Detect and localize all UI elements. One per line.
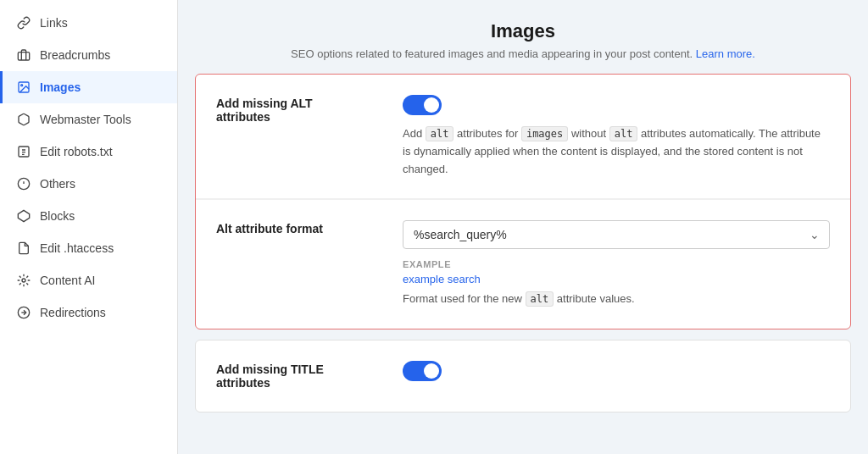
redirections-icon — [16, 305, 31, 320]
sidebar-item-blocks[interactable]: Blocks — [0, 200, 177, 232]
title-attributes-row: Add missing TITLE attributes — [196, 340, 850, 412]
htaccess-icon — [16, 241, 31, 256]
sidebar-item-redirections[interactable]: Redirections — [0, 296, 177, 329]
page-header: Images SEO options related to featured i… — [178, 0, 868, 74]
svg-rect-0 — [18, 53, 29, 60]
alt-attributes-row: Add missing ALT attributes Add alt a — [196, 75, 850, 199]
sidebar-item-edit-htaccess[interactable]: Edit .htaccess — [0, 232, 177, 264]
robots-icon — [16, 144, 31, 159]
alt-format-content: %search_query% ⌄ EXAMPLE example search … — [403, 220, 830, 308]
sidebar-label-blocks: Blocks — [40, 209, 75, 223]
example-value: example search — [403, 273, 830, 285]
code-alt2: alt — [609, 126, 638, 141]
title-toggle-wrap — [403, 361, 830, 391]
code-alt3: alt — [526, 291, 554, 307]
svg-point-8 — [22, 279, 25, 282]
code-images: images — [521, 126, 568, 141]
alt-description: Add alt attributes for images without al… — [403, 125, 830, 178]
sidebar-label-others: Others — [40, 177, 75, 191]
svg-marker-7 — [18, 210, 29, 221]
page-subtitle: SEO options related to featured images a… — [195, 47, 851, 60]
alt-format-select[interactable]: %search_query% — [403, 220, 830, 249]
learn-more-link[interactable]: Learn more. — [696, 47, 755, 60]
webmaster-icon — [16, 112, 31, 127]
alt-format-row: Alt attribute format %search_query% ⌄ EX… — [196, 200, 850, 329]
sidebar-label-images: Images — [40, 80, 81, 94]
example-label: EXAMPLE — [403, 259, 830, 269]
title-toggle-container — [403, 361, 830, 381]
sidebar-label-htaccess: Edit .htaccess — [40, 241, 114, 255]
sidebar-label-robots: Edit robots.txt — [40, 145, 113, 158]
sidebar-item-content-ai[interactable]: Content AI — [0, 264, 177, 296]
sidebar-item-others[interactable]: Others — [0, 168, 177, 200]
sidebar-item-webmaster-tools[interactable]: Webmaster Tools — [0, 103, 177, 136]
alt-format-label: Alt attribute format — [216, 220, 369, 308]
sidebar-item-breadcrumbs[interactable]: Breadcrumbs — [0, 39, 177, 71]
title-attributes-card: Add missing TITLE attributes — [195, 340, 851, 412]
images-icon — [16, 80, 31, 95]
links-icon — [16, 15, 31, 30]
breadcrumbs-icon — [16, 47, 31, 63]
alt-toggle[interactable] — [403, 95, 442, 115]
subtitle-text: SEO options related to featured images a… — [291, 47, 693, 60]
ai-icon — [16, 273, 31, 288]
title-toggle[interactable] — [403, 361, 442, 381]
svg-point-2 — [21, 85, 23, 86]
sidebar-item-images[interactable]: Images — [0, 71, 177, 103]
title-attributes-label: Add missing TITLE attributes — [216, 361, 369, 391]
images-settings-card: Add missing ALT attributes Add alt a — [195, 74, 851, 329]
code-alt1: alt — [426, 126, 454, 141]
sidebar-label-ai: Content AI — [40, 274, 95, 287]
sidebar: Links Breadcrumbs Images — [0, 0, 178, 454]
sidebar-label-webmaster: Webmaster Tools — [40, 113, 131, 126]
blocks-icon — [16, 208, 31, 224]
sidebar-item-edit-robots[interactable]: Edit robots.txt — [0, 136, 177, 168]
alt-attributes-label: Add missing ALT attributes — [216, 95, 369, 178]
alt-attributes-content: Add alt attributes for images without al… — [403, 95, 830, 178]
sidebar-label-links: Links — [40, 16, 68, 30]
others-icon — [16, 176, 31, 191]
content-area: Add missing ALT attributes Add alt a — [178, 74, 868, 440]
page-title: Images — [195, 20, 851, 42]
sidebar-label-breadcrumbs: Breadcrumbs — [40, 48, 110, 62]
alt-toggle-wrap — [403, 95, 830, 115]
sidebar-item-links[interactable]: Links — [0, 7, 177, 39]
sidebar-label-redirections: Redirections — [40, 306, 106, 319]
main-content: Images SEO options related to featured i… — [178, 0, 868, 454]
alt-format-description: Format used for the new alt attribute va… — [403, 291, 830, 308]
alt-format-dropdown-wrap: %search_query% ⌄ — [403, 220, 830, 249]
